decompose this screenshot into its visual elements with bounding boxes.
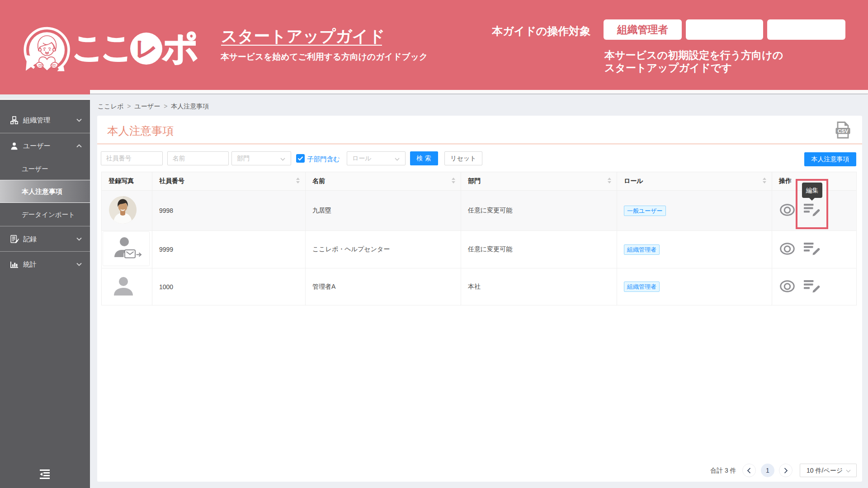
svg-text:CSV: CSV xyxy=(838,128,849,134)
